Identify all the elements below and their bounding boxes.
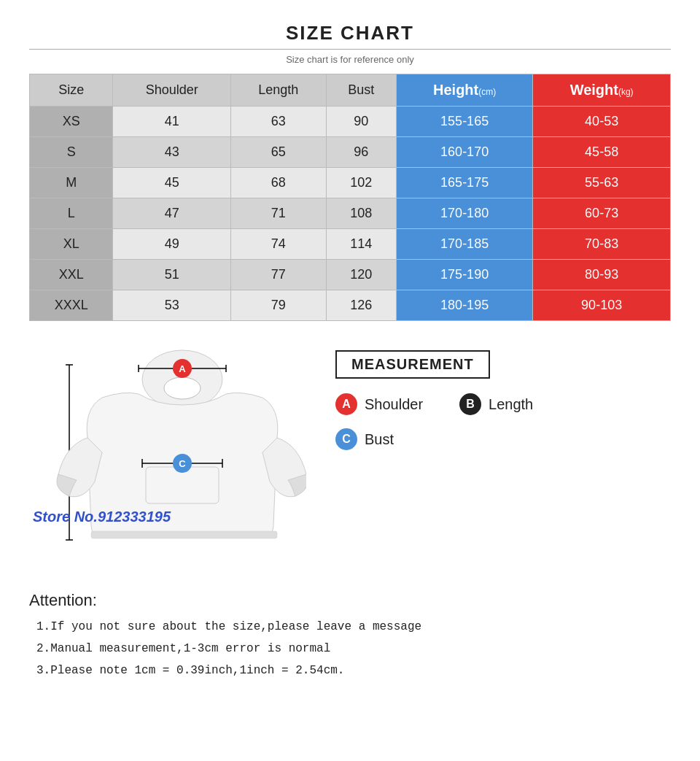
store-watermark: Store No.912333195 bbox=[33, 509, 171, 525]
table-row: XXXL5379126180-19590-103 bbox=[30, 290, 671, 321]
cell-bust: 114 bbox=[326, 229, 396, 260]
badge-c: C bbox=[335, 428, 357, 450]
cell-size: XS bbox=[30, 107, 113, 137]
cell-length: 63 bbox=[230, 107, 326, 137]
cell-length: 71 bbox=[230, 198, 326, 229]
measurement-row-1: A Shoulder B Length bbox=[335, 393, 664, 415]
measurement-items: A Shoulder B Length C Bust bbox=[335, 393, 664, 450]
cell-height: 180-195 bbox=[396, 290, 532, 321]
cell-size: M bbox=[30, 168, 113, 198]
attention-item: 1.If you not sure about the size,please … bbox=[29, 620, 671, 633]
table-row: XS416390155-16540-53 bbox=[30, 107, 671, 137]
cell-height: 170-185 bbox=[396, 229, 532, 260]
chart-title-section: SIZE CHART Size chart is for reference o… bbox=[29, 22, 671, 65]
cell-shoulder: 41 bbox=[113, 107, 231, 137]
svg-text:C: C bbox=[179, 458, 186, 469]
label-shoulder: Shoulder bbox=[365, 396, 423, 413]
cell-shoulder: 53 bbox=[113, 290, 231, 321]
measurement-panel: MEASUREMENT A Shoulder B Length bbox=[328, 343, 671, 457]
size-table: Size Shoulder Length Bust Height(cm) Wei… bbox=[29, 74, 671, 321]
cell-length: 74 bbox=[230, 229, 326, 260]
cell-size: XXL bbox=[30, 260, 113, 290]
chart-title: SIZE CHART bbox=[29, 22, 671, 45]
table-row: XL4974114170-18570-83 bbox=[30, 229, 671, 260]
page-wrapper: SIZE CHART Size chart is for reference o… bbox=[0, 0, 700, 708]
svg-rect-8 bbox=[91, 531, 277, 538]
attention-item: 3.Please note 1cm = 0.39inch,1inch = 2.5… bbox=[29, 664, 671, 677]
measurement-row-2: C Bust bbox=[335, 428, 664, 450]
measurement-item-length: B Length bbox=[459, 393, 533, 415]
attention-list: 1.If you not sure about the size,please … bbox=[29, 620, 671, 677]
cell-height: 175-190 bbox=[396, 260, 532, 290]
cell-length: 77 bbox=[230, 260, 326, 290]
cell-length: 65 bbox=[230, 137, 326, 168]
measurement-box-label: MEASUREMENT bbox=[335, 350, 490, 379]
cell-height: 165-175 bbox=[396, 168, 532, 198]
table-row: L4771108170-18060-73 bbox=[30, 198, 671, 229]
hoodie-diagram: Store No.912333195 B bbox=[29, 343, 306, 569]
cell-size: S bbox=[30, 137, 113, 168]
cell-weight: 70-83 bbox=[533, 229, 671, 260]
cell-weight: 45-58 bbox=[533, 137, 671, 168]
label-length: Length bbox=[489, 396, 533, 413]
cell-weight: 60-73 bbox=[533, 198, 671, 229]
cell-shoulder: 49 bbox=[113, 229, 231, 260]
cell-bust: 120 bbox=[326, 260, 396, 290]
cell-weight: 80-93 bbox=[533, 260, 671, 290]
attention-item: 2.Manual measurement,1-3cm error is norm… bbox=[29, 642, 671, 655]
cell-height: 170-180 bbox=[396, 198, 532, 229]
svg-text:A: A bbox=[179, 363, 186, 374]
col-header-shoulder: Shoulder bbox=[113, 74, 231, 107]
cell-height: 160-170 bbox=[396, 137, 532, 168]
col-header-bust: Bust bbox=[326, 74, 396, 107]
table-row: M4568102165-17555-63 bbox=[30, 168, 671, 198]
cell-bust: 126 bbox=[326, 290, 396, 321]
cell-shoulder: 43 bbox=[113, 137, 231, 168]
cell-shoulder: 51 bbox=[113, 260, 231, 290]
cell-bust: 108 bbox=[326, 198, 396, 229]
cell-weight: 55-63 bbox=[533, 168, 671, 198]
hoodie-svg: B bbox=[29, 343, 306, 569]
cell-length: 79 bbox=[230, 290, 326, 321]
cell-height: 155-165 bbox=[396, 107, 532, 137]
measurement-item-bust: C Bust bbox=[335, 428, 394, 450]
cell-size: XL bbox=[30, 229, 113, 260]
col-header-height: Height(cm) bbox=[396, 74, 532, 107]
table-row: S436596160-17045-58 bbox=[30, 137, 671, 168]
diagram-section: Store No.912333195 B bbox=[29, 343, 671, 569]
cell-length: 68 bbox=[230, 168, 326, 198]
label-bust: Bust bbox=[365, 431, 394, 448]
table-row: XXL5177120175-19080-93 bbox=[30, 260, 671, 290]
cell-bust: 102 bbox=[326, 168, 396, 198]
chart-subtitle: Size chart is for reference only bbox=[29, 54, 671, 65]
cell-shoulder: 47 bbox=[113, 198, 231, 229]
badge-a: A bbox=[335, 393, 357, 415]
badge-b: B bbox=[459, 393, 481, 415]
col-header-length: Length bbox=[230, 74, 326, 107]
cell-weight: 40-53 bbox=[533, 107, 671, 137]
cell-bust: 96 bbox=[326, 137, 396, 168]
chart-divider bbox=[29, 49, 671, 50]
measurement-item-shoulder: A Shoulder bbox=[335, 393, 423, 415]
col-header-weight: Weight(kg) bbox=[533, 74, 671, 107]
cell-size: XXXL bbox=[30, 290, 113, 321]
svg-point-6 bbox=[164, 377, 201, 399]
attention-title: Attention: bbox=[29, 591, 671, 610]
attention-section: Attention: 1.If you not sure about the s… bbox=[29, 591, 671, 677]
cell-size: L bbox=[30, 198, 113, 229]
col-header-size: Size bbox=[30, 74, 113, 107]
cell-bust: 90 bbox=[326, 107, 396, 137]
cell-shoulder: 45 bbox=[113, 168, 231, 198]
cell-weight: 90-103 bbox=[533, 290, 671, 321]
